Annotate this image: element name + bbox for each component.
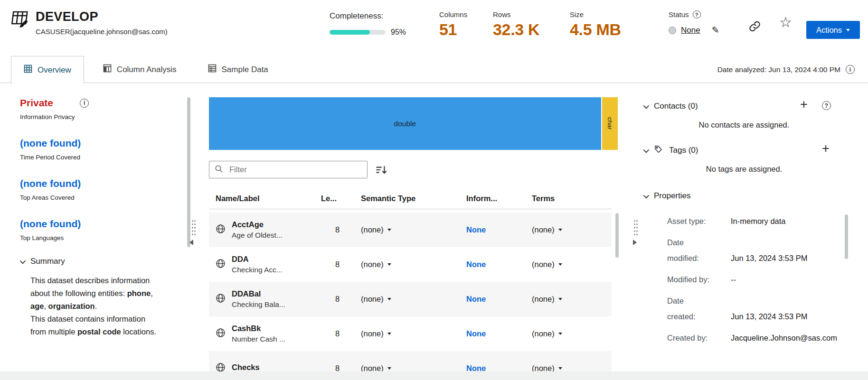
informative-link[interactable]: None <box>466 260 486 269</box>
dropdown-caret-icon <box>387 298 391 300</box>
bottom-scroll-strip <box>0 371 868 380</box>
tab-column-analysis-label: Column Analysis <box>117 65 177 74</box>
rows-metric-label: Rows <box>493 10 539 19</box>
tab-overview[interactable]: Overview <box>11 56 84 83</box>
brand-block: DEVELOP CASUSER(jacqueline.johnson@sas.c… <box>9 9 168 36</box>
left-splitter-handle[interactable] <box>191 219 196 236</box>
search-icon <box>215 165 223 175</box>
left-panel-scrollbar[interactable] <box>187 97 190 247</box>
column-label: Checking Acc... <box>232 266 314 274</box>
columns-metric-label: Columns <box>439 10 467 19</box>
column-header-length[interactable]: Le... <box>321 194 361 203</box>
contacts-help-icon[interactable] <box>822 101 831 110</box>
right-splitter-handle[interactable] <box>633 219 638 236</box>
collapse-left-panel-arrow[interactable] <box>189 240 193 245</box>
type-segment-char[interactable]: char <box>602 97 618 150</box>
contacts-section-header[interactable]: Contacts (0) <box>643 100 845 112</box>
tag-icon <box>654 145 663 156</box>
table-row[interactable]: DDABal Checking Bala... 8 (none) None (n… <box>209 282 612 316</box>
filter-box <box>209 161 368 178</box>
type-segment-double-label: double <box>394 120 416 128</box>
table-row[interactable]: CashBk Number Cash ... 8 (none) None (no… <box>209 316 612 351</box>
details-panel: Contacts (0) No contacts are assigned. T… <box>643 100 845 352</box>
terms-dropdown[interactable]: (none) <box>532 225 612 234</box>
column-length: 8 <box>321 260 361 269</box>
copy-link-icon[interactable] <box>748 20 761 33</box>
column-name: DDABal <box>232 289 314 298</box>
column-header-name-label[interactable]: Name/Label <box>216 194 321 203</box>
tab-sample-data-label: Sample Data <box>222 65 268 74</box>
status-indicator-dot <box>669 27 676 34</box>
size-metric-value: 4.5 MB <box>570 20 621 39</box>
edit-status-pencil-icon[interactable]: ✎ <box>712 25 719 36</box>
table-body: AcctAge Age of Oldest... 8 (none) None (… <box>209 213 612 380</box>
completeness-meter-fill <box>330 30 370 35</box>
dropdown-caret-icon <box>558 263 562 266</box>
semantic-type-dropdown[interactable]: (none) <box>361 260 466 269</box>
information-catalog-app: DEVELOP CASUSER(jacqueline.johnson@sas.c… <box>0 0 868 380</box>
actions-button-label: Actions <box>816 26 842 35</box>
fact-label: Top Languages <box>20 234 163 241</box>
add-tag-button[interactable] <box>822 142 830 155</box>
rows-metric: Rows 32.3 K <box>493 10 539 39</box>
privacy-info-icon[interactable] <box>80 99 89 108</box>
semantic-type-dropdown[interactable]: (none) <box>361 295 466 304</box>
sort-button[interactable] <box>375 164 387 176</box>
dropdown-caret-icon <box>387 333 391 335</box>
columns-metric-value: 51 <box>439 20 467 39</box>
tab-sample-data[interactable]: Sample Data <box>196 56 281 83</box>
informative-link[interactable]: None <box>466 225 486 234</box>
summary-section-header[interactable]: Summary <box>20 257 163 266</box>
globe-icon <box>216 293 232 305</box>
rows-metric-value: 32.3 K <box>493 20 539 39</box>
filter-input[interactable] <box>229 165 362 174</box>
fact-value: (none found) <box>20 218 163 230</box>
terms-dropdown[interactable]: (none) <box>532 295 612 304</box>
status-help-icon[interactable] <box>693 10 701 19</box>
semantic-type-dropdown[interactable]: (none) <box>361 225 466 234</box>
status-label: Status <box>669 10 689 19</box>
right-panel-scrollbar[interactable] <box>845 214 848 259</box>
column-header-terms[interactable]: Terms <box>532 194 612 203</box>
semantic-type-dropdown[interactable]: (none) <box>361 329 466 338</box>
tags-section-header[interactable]: Tags (0) <box>643 144 845 157</box>
add-contact-button[interactable] <box>800 98 808 111</box>
table-row[interactable]: DDA Checking Acc... 8 (none) None (none) <box>209 247 612 282</box>
fact-time-period: (none found) Time Period Covered <box>20 138 163 161</box>
favorite-star-icon[interactable]: ☆ <box>779 15 792 29</box>
column-header-semantic-type[interactable]: Semantic Type <box>361 194 466 203</box>
type-segment-double[interactable]: double <box>209 97 601 150</box>
library-path: CASUSER(jacqueline.johnson@sas.com) <box>36 28 168 36</box>
summary-paragraph: This dataset contains information from m… <box>30 313 160 338</box>
actions-button[interactable]: Actions <box>806 21 860 39</box>
property-row: Date created: Jun 13, 2024 3:53 PM <box>667 293 845 324</box>
properties-chevron-icon <box>643 192 650 198</box>
tab-column-analysis[interactable]: Column Analysis <box>91 56 189 83</box>
property-label: Date created: <box>667 293 720 324</box>
completeness-label: Completeness: <box>330 11 406 21</box>
overview-grid-icon <box>24 65 32 75</box>
privacy-label: Information Privacy <box>20 113 163 120</box>
expand-right-panel-arrow[interactable] <box>633 240 637 245</box>
table-row[interactable]: AcctAge Age of Oldest... 8 (none) None (… <box>209 213 612 247</box>
status-value[interactable]: None <box>681 26 700 35</box>
terms-dropdown[interactable]: (none) <box>532 260 612 269</box>
column-name: Checks <box>232 363 314 372</box>
informative-link[interactable]: None <box>466 329 486 338</box>
dropdown-caret-icon <box>558 229 562 231</box>
dropdown-caret-icon <box>387 263 391 266</box>
property-label: Asset type: <box>667 213 720 229</box>
column-length: 8 <box>321 295 361 304</box>
terms-dropdown[interactable]: (none) <box>532 329 612 338</box>
type-segment-char-label: char <box>606 117 613 130</box>
table-toolbar <box>209 161 387 178</box>
column-header-informative[interactable]: Inform... <box>466 194 532 203</box>
informative-link[interactable]: None <box>466 295 486 303</box>
size-metric: Size 4.5 MB <box>570 10 621 39</box>
contacts-empty-text: No contacts are assigned. <box>643 120 845 131</box>
page-title: DEVELOP <box>36 9 168 24</box>
tab-overview-label: Overview <box>38 65 71 75</box>
dropdown-caret-icon <box>387 367 391 370</box>
properties-section-header[interactable]: Properties <box>643 190 845 202</box>
analysis-info-icon[interactable] <box>846 65 855 74</box>
